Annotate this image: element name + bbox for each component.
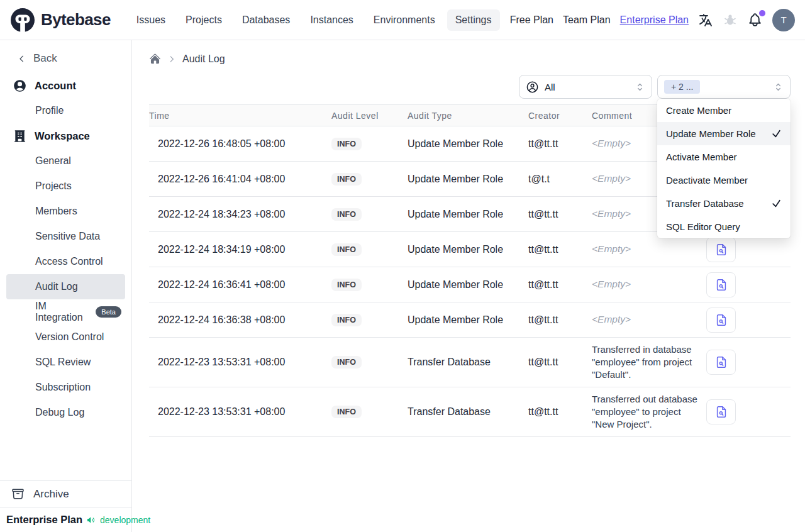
menu-item[interactable]: Deactivate Member bbox=[657, 169, 791, 192]
plan-footer: Enterprise Plan development bbox=[0, 507, 131, 532]
audit-type-cell: Update Member Role bbox=[408, 209, 528, 220]
audit-level-cell: INFO bbox=[331, 314, 408, 326]
nav-item[interactable]: Environments bbox=[365, 9, 443, 31]
sidebar-item[interactable]: SQL Review bbox=[6, 350, 125, 375]
time-cell: 2022-12-23 13:53:31 +08:00 bbox=[149, 406, 331, 418]
level-badge: INFO bbox=[331, 208, 362, 221]
nav-item[interactable]: Settings bbox=[447, 9, 500, 31]
archive-label: Archive bbox=[33, 488, 69, 501]
creator-filter-value: All bbox=[545, 82, 555, 92]
file-search-icon bbox=[714, 355, 728, 369]
file-search-icon bbox=[714, 313, 728, 327]
sidebar-item[interactable]: IM Integration Beta bbox=[6, 299, 125, 324]
enterprise-plan-link[interactable]: Enterprise Plan bbox=[620, 14, 689, 26]
current-plan-label: Enterprise Plan bbox=[6, 514, 82, 526]
action-cell bbox=[706, 308, 791, 333]
audit-type-filter-select[interactable]: + 2 ... bbox=[657, 75, 791, 99]
sidebar-item[interactable]: Access Control bbox=[6, 249, 125, 274]
view-payload-button[interactable] bbox=[706, 272, 736, 297]
level-badge: INFO bbox=[331, 279, 362, 291]
column-header: Time bbox=[149, 111, 331, 121]
check-icon bbox=[771, 128, 782, 139]
bug-report-icon[interactable] bbox=[723, 13, 738, 28]
column-header: Audit Type bbox=[408, 111, 528, 121]
time-cell: 2022-12-26 16:41:04 +08:00 bbox=[149, 174, 331, 185]
comment-cell: <Empty> bbox=[592, 313, 706, 326]
sidebar-item[interactable]: Projects bbox=[6, 174, 125, 199]
audit-type-cell: Update Member Role bbox=[408, 244, 528, 255]
column-header: Creator bbox=[528, 111, 592, 121]
file-search-icon bbox=[714, 278, 728, 292]
sidebar-item[interactable]: Audit Log bbox=[6, 274, 125, 299]
filter-row: All + 2 ... bbox=[132, 75, 791, 99]
view-payload-button[interactable] bbox=[706, 237, 736, 262]
audit-level-cell: INFO bbox=[331, 243, 408, 256]
table-row: 2022-12-23 13:53:31 +08:00 INFO Transfer… bbox=[149, 387, 791, 437]
action-cell bbox=[706, 237, 791, 262]
main-nav: IssuesProjectsDatabasesInstancesEnvironm… bbox=[128, 9, 500, 31]
level-badge: INFO bbox=[331, 314, 362, 326]
chevron-up-down-icon bbox=[635, 82, 645, 92]
bytebase-logo[interactable]: Bytebase bbox=[10, 8, 111, 33]
audit-level-cell: INFO bbox=[331, 279, 408, 291]
settings-sidebar: Back Account Profile Workspace bbox=[0, 40, 132, 532]
time-cell: 2022-12-24 18:34:23 +08:00 bbox=[149, 209, 331, 220]
comment-cell: <Empty> bbox=[592, 278, 706, 291]
file-search-icon bbox=[714, 405, 728, 419]
free-plan-link[interactable]: Free Plan bbox=[510, 14, 553, 26]
time-cell: 2022-12-24 16:36:41 +08:00 bbox=[149, 279, 331, 291]
home-icon[interactable] bbox=[149, 53, 161, 65]
sidebar-section-account: Account bbox=[0, 73, 131, 98]
menu-item[interactable]: Update Member Role bbox=[657, 122, 791, 145]
audit-type-cell: Update Member Role bbox=[408, 174, 528, 185]
time-cell: 2022-12-24 16:36:38 +08:00 bbox=[149, 314, 331, 326]
team-plan-link[interactable]: Team Plan bbox=[563, 14, 611, 26]
archive-button[interactable]: Archive bbox=[0, 480, 131, 507]
audit-type-cell: Update Member Role bbox=[408, 138, 528, 150]
comment-cell: <Empty> bbox=[592, 243, 706, 255]
nav-item[interactable]: Projects bbox=[177, 9, 230, 31]
nav-item[interactable]: Databases bbox=[234, 9, 299, 31]
sidebar-item[interactable]: Sensitive Data bbox=[6, 224, 125, 249]
chevron-up-down-icon bbox=[773, 82, 784, 92]
time-cell: 2022-12-24 18:34:19 +08:00 bbox=[149, 244, 331, 255]
chevron-left-icon bbox=[17, 54, 26, 64]
creator-filter-select[interactable]: All bbox=[519, 75, 652, 99]
menu-item[interactable]: Create Member bbox=[657, 99, 791, 122]
level-badge: INFO bbox=[331, 138, 362, 150]
sidebar-item[interactable]: Profile bbox=[6, 98, 125, 123]
sidebar-item[interactable]: Subscription bbox=[6, 375, 125, 400]
notification-bell-icon[interactable] bbox=[747, 12, 763, 28]
view-payload-button[interactable] bbox=[706, 350, 736, 375]
sidebar-item[interactable]: Version Control bbox=[6, 324, 125, 350]
brand-name: Bytebase bbox=[41, 10, 111, 30]
menu-item[interactable]: Activate Member bbox=[657, 145, 791, 169]
comment-cell: Transferred in database "employee" from … bbox=[592, 343, 706, 380]
view-payload-button[interactable] bbox=[706, 308, 736, 333]
speaker-icon bbox=[86, 515, 96, 525]
back-button[interactable]: Back bbox=[0, 49, 131, 68]
audit-level-cell: INFO bbox=[331, 406, 408, 418]
nav-item[interactable]: Issues bbox=[128, 9, 174, 31]
main-content: Audit Log All + 2 ... bbox=[132, 40, 805, 532]
level-badge: INFO bbox=[331, 356, 362, 369]
archive-box-icon bbox=[11, 487, 25, 501]
view-payload-button[interactable] bbox=[706, 399, 736, 424]
menu-item[interactable]: SQL Editor Query bbox=[657, 215, 791, 238]
user-avatar[interactable]: T bbox=[772, 9, 795, 31]
page-title: Audit Log bbox=[182, 53, 225, 65]
level-badge: INFO bbox=[331, 173, 362, 186]
comment-cell: Transferred out database "employee" to p… bbox=[592, 393, 706, 430]
person-circle-icon bbox=[526, 80, 539, 94]
sidebar-item[interactable]: Members bbox=[6, 199, 125, 224]
action-cell bbox=[706, 350, 791, 375]
nav-item[interactable]: Instances bbox=[302, 9, 361, 31]
sidebar-item[interactable]: Debug Log bbox=[6, 400, 125, 425]
creator-cell: tt@tt.tt bbox=[528, 357, 592, 368]
time-cell: 2022-12-26 16:48:05 +08:00 bbox=[149, 138, 331, 150]
menu-item[interactable]: Transfer Database bbox=[657, 192, 791, 215]
audit-level-cell: INFO bbox=[331, 356, 408, 369]
audit-type-dropdown-menu: Create Member Update Member Role Activat… bbox=[657, 99, 791, 238]
sidebar-item[interactable]: General bbox=[6, 148, 125, 174]
language-translate-icon[interactable] bbox=[698, 13, 713, 28]
